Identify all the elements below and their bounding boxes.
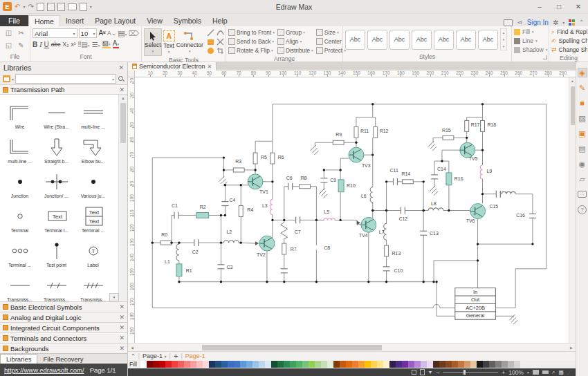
library-home-icon[interactable] (3, 75, 10, 82)
inductor[interactable] (370, 187, 373, 203)
strikethrough-button[interactable]: abc (51, 41, 61, 48)
find-replace-button[interactable]: ⌕Find & Replace (551, 28, 587, 36)
vertical-scrollbar[interactable]: ▲ (569, 77, 576, 343)
palette-swatch[interactable] (228, 361, 234, 368)
note-icon[interactable]: ▤ (578, 144, 587, 153)
arrange-distribute[interactable]: Distribute▾ (277, 46, 313, 55)
capture-icon[interactable] (504, 19, 513, 26)
tab-help[interactable]: Help (207, 15, 233, 26)
resistor[interactable] (481, 121, 485, 132)
palette-swatch[interactable] (265, 361, 271, 368)
transistor[interactable] (470, 204, 486, 219)
line-spacing-icon[interactable]: ‼▤▾ (78, 41, 90, 48)
settings-caret-icon[interactable]: ▾ (562, 20, 564, 25)
page-tab-active[interactable]: Page-1 (185, 352, 205, 359)
palette-swatch[interactable] (445, 361, 452, 368)
underline-button[interactable]: U (44, 41, 49, 48)
paste-icon[interactable]: ◫ (3, 29, 15, 37)
clear-format-icon[interactable]: ⌦ (128, 30, 139, 37)
increase-font-icon[interactable]: Aʶ (98, 30, 105, 37)
style-preset-5[interactable]: Abc (434, 30, 454, 50)
resistor[interactable] (465, 121, 469, 132)
library-section-backgrounds[interactable]: Backgrounds✕ (0, 343, 127, 353)
palette-swatch[interactable] (315, 361, 321, 368)
format-painter-icon[interactable] (80, 3, 87, 11)
palette-swatch[interactable] (489, 361, 495, 368)
share-icon[interactable]: ⋖ (517, 19, 522, 26)
palette-swatch[interactable] (514, 361, 520, 368)
circuit-wire[interactable] (437, 282, 455, 317)
palette-swatch[interactable] (196, 361, 203, 368)
new-document-icon[interactable] (37, 3, 44, 11)
palette-swatch[interactable] (452, 361, 458, 368)
palette-swatch[interactable] (203, 361, 209, 368)
settings-gear-icon[interactable]: ✲ (553, 19, 558, 26)
arrange-size[interactable]: Size▾ (316, 28, 346, 37)
portrait-view-icon[interactable] (412, 370, 416, 375)
fit-width-icon[interactable] (542, 370, 549, 374)
resistor[interactable] (300, 185, 311, 189)
terminal-box[interactable]: InOutAC+20BGeneral (455, 288, 496, 320)
palette-swatch[interactable] (147, 361, 153, 368)
arrange-align[interactable]: Align▾ (277, 37, 313, 46)
capacitor[interactable] (401, 207, 405, 214)
tab-symbols[interactable]: Symbols (168, 15, 207, 26)
palette-swatch[interactable] (302, 361, 309, 368)
palette-swatch[interactable] (365, 361, 371, 368)
horizontal-scrollbar[interactable]: ◀ ▶ (128, 343, 576, 351)
change-shape-button[interactable]: ⇄Change Shape (551, 46, 587, 54)
library-section-integrated-circuit-components[interactable]: Integrated Circuit Components✕ (0, 322, 127, 332)
capacitor[interactable] (431, 175, 438, 179)
palette-swatch[interactable] (240, 361, 246, 368)
palette-swatch[interactable] (477, 361, 483, 368)
tab-insert[interactable]: Insert (60, 15, 89, 26)
ground-symbol[interactable] (319, 189, 327, 198)
section-close-icon[interactable]: ✕ (119, 314, 125, 321)
ground-symbol[interactable] (428, 141, 437, 151)
palette-swatch[interactable] (309, 361, 315, 368)
transistor[interactable] (248, 174, 263, 189)
library-scroll-down-icon[interactable]: ▼ (109, 293, 119, 301)
circuit-wire[interactable] (152, 158, 433, 308)
resistor[interactable] (160, 241, 172, 245)
section-close-icon[interactable]: ✕ (119, 345, 125, 352)
palette-swatch[interactable] (502, 361, 508, 368)
arrange-protect[interactable]: Protect▾ (316, 46, 346, 55)
palette-swatch[interactable] (371, 361, 377, 368)
resistor[interactable] (282, 243, 286, 254)
inductor[interactable] (223, 240, 239, 243)
comment-icon[interactable]: ⋯ (578, 189, 587, 199)
copy-icon[interactable]: ◱ (3, 41, 15, 49)
library-item[interactable]: Various ju... (75, 167, 111, 201)
filter-icon[interactable]: ▼ (428, 370, 433, 375)
palette-swatch[interactable] (259, 361, 265, 368)
sign-in-link[interactable]: Sign In (527, 19, 549, 26)
library-section-basic-electrical-symbols[interactable]: Basic Electrical Symbols✕ (0, 301, 127, 312)
minimize-button[interactable]: – (530, 0, 549, 13)
library-scrollbar[interactable]: ▲ (118, 95, 127, 301)
arrange-center[interactable]: Center (316, 37, 346, 46)
spelling-check-button[interactable]: ✍Spelling Check (551, 37, 587, 45)
search-icon[interactable] (118, 75, 125, 82)
zoom-level[interactable]: 100% (508, 369, 524, 376)
style-preset-2[interactable]: Abc (367, 30, 387, 50)
style-preset-7[interactable]: Abc (478, 30, 498, 50)
hyperlink-icon[interactable]: ◉ (578, 159, 587, 169)
pan-zoom-icon[interactable]: ⌕ (552, 369, 555, 376)
library-item[interactable]: TextTextTerminal ... (75, 201, 111, 236)
zigzag-element[interactable] (281, 222, 288, 238)
palette-swatch[interactable] (296, 361, 302, 368)
library-item[interactable]: TextTerminal l... (38, 201, 75, 236)
fit-page-icon[interactable] (533, 370, 539, 375)
palette-swatch[interactable] (414, 361, 421, 368)
format-paint-icon[interactable]: ◈ (578, 68, 587, 77)
insert-image-icon[interactable]: ▨ (578, 113, 587, 123)
palette-swatch[interactable] (508, 361, 514, 368)
library-item[interactable]: Terminal (1, 201, 38, 236)
palette-swatch[interactable] (321, 361, 327, 368)
palette-swatch[interactable] (215, 361, 221, 368)
zoom-slider-thumb[interactable] (463, 370, 466, 375)
decrease-font-icon[interactable]: A⌄ (107, 30, 117, 37)
italic-button[interactable]: I (39, 41, 42, 48)
library-item[interactable]: multi-line ... (1, 132, 38, 167)
